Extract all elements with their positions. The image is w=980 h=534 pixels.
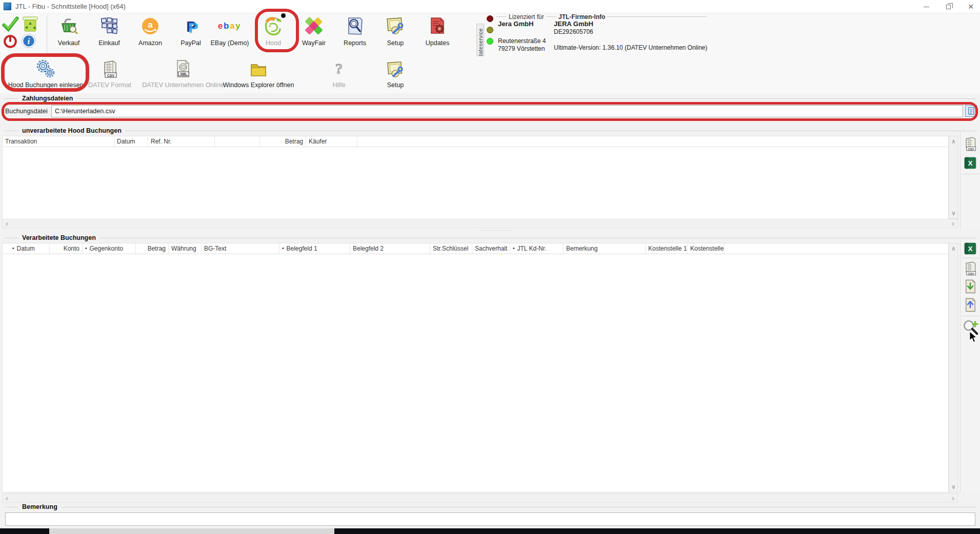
column-sort-marker: •	[513, 245, 515, 251]
toolbar-button-hood[interactable]: Hood	[253, 14, 293, 55]
row-indicator-column	[3, 243, 10, 254]
taskbar-active-app[interactable]	[49, 528, 334, 534]
toolbar-button-setup[interactable]: Setup	[376, 14, 415, 55]
verarbeitete-hscrollbar[interactable]: ‹ ›	[2, 494, 958, 503]
import-document-button[interactable]	[962, 278, 978, 295]
action-button-datev-online[interactable]: XML DATEV Unternehmen Online	[144, 57, 222, 92]
column-header-transaktion[interactable]: Transaktion	[3, 136, 114, 147]
scroll-up-icon[interactable]: ∧	[951, 245, 956, 252]
scroll-left-icon[interactable]: ‹	[6, 220, 8, 227]
reports-icon	[344, 14, 366, 38]
recycle-bin-button[interactable]	[21, 14, 40, 34]
scroll-right-icon[interactable]: ›	[952, 495, 954, 501]
bemerkung-group-line	[4, 507, 977, 507]
column-header-belegfeld1[interactable]: •Belegfeld 1	[279, 243, 350, 254]
minimize-button[interactable]	[917, 0, 935, 13]
svg-text:X: X	[968, 159, 972, 167]
toolbar-button-verkauf[interactable]: Verkauf	[49, 14, 88, 55]
column-sort-marker: •	[85, 245, 87, 251]
firmeninfo-vat: DE292605706	[554, 28, 593, 35]
export-document-button[interactable]	[962, 296, 978, 314]
datev-export-button[interactable]: CSV	[962, 134, 979, 154]
excel-export-button[interactable]: X	[964, 242, 977, 255]
column-header-konto[interactable]: Konto	[50, 243, 83, 254]
document-arrow-up-icon	[963, 297, 978, 313]
action-button-setup2[interactable]: Setup	[375, 57, 416, 92]
exit-button[interactable]	[2, 33, 18, 49]
scroll-left-icon[interactable]: ‹	[6, 495, 8, 501]
splitter-handle[interactable]: ·············	[0, 229, 980, 234]
column-header-betrag[interactable]: Betrag	[136, 243, 169, 254]
action-toolbar: Hood Buchungen einlesen CSV DATEV Format	[0, 56, 980, 93]
column-header-kostenstelle1[interactable]: Kostenstelle 1	[646, 243, 688, 254]
setup-icon	[385, 14, 406, 38]
toolbar-button-updates[interactable]: Updates	[418, 14, 457, 55]
action-label: Setup	[387, 81, 404, 89]
datev-export-button[interactable]: CSV	[962, 259, 979, 278]
recycle-bin-icon	[21, 15, 39, 33]
action-button-hilfe[interactable]: ? Hilfe	[323, 57, 355, 92]
action-button-datev-format[interactable]: CSV DATEV Format	[89, 57, 131, 92]
restore-button[interactable]	[939, 0, 957, 13]
info-button[interactable]: i	[20, 32, 37, 50]
toolbar-button-ebay[interactable]: e b a y EBay (Demo)	[207, 14, 252, 55]
column-header-betrag[interactable]: Betrag	[260, 136, 306, 147]
action-label: Windows Explorer öffnen	[223, 81, 294, 89]
column-header-sachverhalt[interactable]: Sachverhalt	[472, 243, 510, 254]
hood-icon	[262, 14, 285, 38]
column-header-strschluessel[interactable]: Str.Schlüssel	[430, 243, 472, 254]
splitter-dots: ·············	[479, 229, 513, 232]
action-button-explorer[interactable]: Windows Explorer öffnen	[219, 57, 297, 92]
xml-document-icon: XML	[173, 57, 193, 80]
toolbar-label: EBay (Demo)	[210, 39, 249, 47]
column-header-datum[interactable]: Datum	[114, 136, 148, 147]
verarbeitete-table-body[interactable]	[3, 254, 948, 492]
column-header-bgtext[interactable]: BG-Text	[202, 243, 279, 254]
toolbar-button-wayfair[interactable]: WayFair	[294, 14, 333, 55]
scroll-down-icon[interactable]: ∨	[951, 484, 956, 490]
unverarbeitete-vscrollbar[interactable]: ∧ ∨	[949, 136, 958, 219]
scroll-up-icon[interactable]: ∧	[951, 138, 956, 145]
scroll-right-icon[interactable]: ›	[952, 220, 954, 227]
confirm-button[interactable]	[1, 15, 19, 33]
verarbeitete-icon-panel: X CSV	[960, 239, 980, 492]
folder-icon	[248, 57, 269, 80]
column-header-gegenkonto[interactable]: •Gegenkonto	[83, 243, 136, 254]
hood-notification-dot	[281, 13, 286, 18]
column-header-bemerkung[interactable]: Bemerkung	[564, 243, 646, 254]
toolbar-button-paypal[interactable]: P P PayPal	[171, 14, 210, 55]
updateservice-status-green	[487, 38, 493, 45]
toolbar-button-amazon[interactable]: a Amazon	[131, 14, 170, 55]
column-header-datum[interactable]: •Datum	[10, 243, 50, 254]
zoom-search-button[interactable]	[962, 318, 980, 337]
close-button[interactable]: ✕	[962, 0, 979, 13]
updateservice-status-red	[487, 15, 493, 22]
column-sort-marker: •	[282, 245, 284, 251]
column-header-kostenstelle2[interactable]: Kostenstelle 2	[688, 243, 725, 254]
unverarbeitete-table-body[interactable]	[3, 147, 948, 219]
unverarbeitete-hscrollbar[interactable]: ‹ ›	[2, 219, 958, 228]
zahlungsdateien-group-label: Zahlungsdateien	[18, 95, 76, 102]
bemerkung-input[interactable]	[5, 512, 975, 526]
column-header-refnr[interactable]: Ref. Nr.	[148, 136, 215, 147]
column-header-belegfeld2[interactable]: Belegfeld 2	[350, 243, 430, 254]
toolbar-button-reports[interactable]: Reports	[335, 14, 374, 55]
svg-text:e: e	[218, 21, 223, 31]
column-header-kaeufer[interactable]: Käufer	[306, 136, 357, 147]
einkauf-grid-icon	[98, 14, 120, 38]
excel-export-button[interactable]: X	[964, 156, 977, 170]
toolbar-button-einkauf[interactable]: Einkauf	[90, 14, 129, 55]
verarbeitete-header-row: •Datum Konto •Gegenkonto Betrag Währung …	[3, 243, 948, 254]
buchungsdatei-input[interactable]	[51, 105, 963, 117]
scroll-down-icon[interactable]: ∨	[951, 210, 956, 216]
taskbar-fragment[interactable]	[0, 528, 980, 534]
toolbar-label: Setup	[387, 39, 404, 47]
verarbeitete-vscrollbar[interactable]: ∧ ∨	[949, 243, 958, 492]
column-header-waehrung[interactable]: Währung	[169, 243, 202, 254]
action-button-hood-einlesen[interactable]: Hood Buchungen einlesen	[5, 57, 86, 92]
svg-text:CSV: CSV	[968, 148, 974, 151]
browse-file-button[interactable]	[965, 105, 977, 117]
column-header-jtl-kdnr[interactable]: •JTL Kd-Nr.	[510, 243, 564, 254]
svg-text:b: b	[224, 21, 229, 31]
unverarbeitete-group-label: unverarbeitete Hood Buchungen	[18, 127, 125, 134]
